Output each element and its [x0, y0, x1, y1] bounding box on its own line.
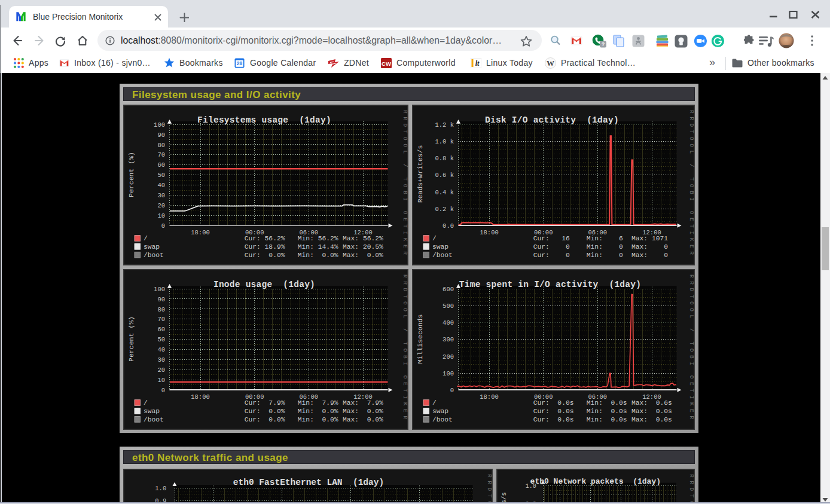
svg-text:/: / — [432, 235, 437, 242]
svg-text:Max: 0: Max: 0 — [631, 252, 668, 259]
svg-text:18:00: 18:00 — [191, 229, 210, 236]
svg-text:18:00: 18:00 — [480, 393, 499, 401]
svg-text:100: 100 — [443, 370, 454, 377]
svg-text:Cur: 0.0s: Cur: 0.0s — [533, 416, 574, 423]
svg-text:Min: 0.0%: Min: 0.0% — [298, 416, 338, 423]
svg-text:30: 30 — [157, 356, 165, 364]
svg-text:Cur: 0.0%: Cur: 0.0% — [245, 252, 285, 259]
svg-text:Max: 1071: Max: 1071 — [631, 235, 668, 242]
svg-text:Min: 56.2%: Min: 56.2% — [298, 235, 338, 242]
svg-text:0.2 k: 0.2 k — [435, 206, 454, 213]
svg-text:Max: 0: Max: 0 — [631, 243, 668, 251]
svg-text:0.8 k: 0.8 k — [435, 155, 454, 162]
svg-text:Reads+Writes/s: Reads+Writes/s — [416, 145, 424, 203]
svg-text:Max: 20.5%: Max: 20.5% — [343, 243, 383, 251]
svg-text:swap: swap — [144, 408, 160, 415]
svg-text:0.4 k: 0.4 k — [435, 189, 454, 196]
svg-text:Cur: 0.0%: Cur: 0.0% — [245, 416, 285, 423]
svg-text:80: 80 — [157, 306, 165, 313]
svg-text:20: 20 — [157, 366, 165, 374]
svg-text:RRDTOOL / TOBI OETIKER: RRDTOOL / TOBI OETIKER — [402, 110, 408, 258]
svg-text:Min: 0.0s: Min: 0.0s — [587, 416, 627, 423]
svg-text:70: 70 — [157, 316, 165, 323]
svg-text:Max: 0.0s: Max: 0.0s — [631, 416, 672, 423]
svg-text:Percent (%): Percent (%) — [127, 316, 135, 362]
svg-text:Min: 0.0s: Min: 0.0s — [587, 408, 627, 415]
svg-text:300: 300 — [443, 336, 454, 343]
svg-text:0: 0 — [161, 222, 165, 230]
svg-text:Max: 0.0s: Max: 0.0s — [631, 408, 672, 415]
svg-text:Cur: 18.9%: Cur: 18.9% — [245, 243, 285, 251]
svg-text:90: 90 — [157, 296, 165, 303]
svg-text:eth0 Network packets (1day): eth0 Network packets (1day) — [530, 477, 661, 486]
svg-text:swap: swap — [432, 243, 448, 251]
svg-text:eth0 FastEthernet LAN (1day): eth0 FastEthernet LAN (1day) — [233, 478, 384, 487]
svg-text:/: / — [432, 399, 437, 407]
svg-text:50: 50 — [157, 336, 165, 343]
svg-text:10: 10 — [157, 377, 165, 384]
svg-text:80: 80 — [157, 142, 165, 149]
svg-text:Min: 0: Min: 0 — [587, 252, 623, 259]
svg-text:Milliseconds: Milliseconds — [416, 314, 424, 364]
svg-text:Min: 0.0%: Min: 0.0% — [298, 408, 338, 415]
svg-text:/: / — [144, 399, 148, 407]
svg-text:Inode usage (1day): Inode usage (1day) — [213, 280, 315, 289]
svg-text:100: 100 — [154, 121, 165, 129]
svg-text:Min: 6: Min: 6 — [587, 235, 623, 242]
svg-text:Min: 0: Min: 0 — [587, 243, 623, 251]
svg-text:W: W — [547, 59, 554, 68]
svg-text:Disk I/O activity (1day): Disk I/O activity (1day) — [485, 115, 619, 125]
svg-text:60: 60 — [157, 161, 165, 169]
svg-text:40: 40 — [157, 346, 165, 353]
svg-text:swap: swap — [432, 408, 448, 415]
svg-text:0.6 k: 0.6 k — [435, 172, 454, 179]
svg-text:100: 100 — [154, 286, 165, 293]
svg-text:50: 50 — [157, 172, 165, 179]
svg-text:10: 10 — [157, 212, 165, 219]
svg-text:RRDTOOL / TOBI OETIKER: RRDTOOL / TOBI OETIKER — [486, 474, 493, 504]
svg-text:Min: 0.0%: Min: 0.0% — [298, 252, 338, 259]
svg-text:20: 20 — [157, 202, 165, 209]
svg-text:lt: lt — [475, 59, 480, 68]
svg-text:Max: 7.9%: Max: 7.9% — [343, 399, 383, 407]
svg-text:CW: CW — [382, 60, 391, 67]
svg-text:RRDTOOL / TOBI OETIKER: RRDTOOL / TOBI OETIKER — [688, 110, 695, 258]
svg-text:RRDTOOL / TOBI OETIKER: RRDTOOL / TOBI OETIKER — [402, 274, 408, 423]
svg-text:Max: 0.0%: Max: 0.0% — [343, 252, 383, 259]
svg-text:Min: 7.9%: Min: 7.9% — [298, 399, 338, 407]
svg-text:?: ? — [602, 41, 605, 47]
svg-text:Filesystems usage (1day): Filesystems usage (1day) — [197, 115, 331, 125]
svg-text:/boot: /boot — [144, 416, 164, 423]
svg-text:18:00: 18:00 — [480, 229, 499, 236]
svg-text:500: 500 — [443, 303, 454, 310]
svg-text:400: 400 — [443, 319, 454, 326]
svg-text:0.0: 0.0 — [443, 222, 454, 230]
svg-text:Max: 56.2%: Max: 56.2% — [343, 235, 383, 242]
svg-text:/boot: /boot — [144, 252, 164, 259]
svg-text:RRDTOOL / TOBI OETIKER: RRDTOOL / TOBI OETIKER — [688, 474, 695, 504]
svg-text:Cur: 0: Cur: 0 — [533, 252, 570, 259]
svg-text:60: 60 — [157, 326, 165, 333]
svg-text:Cur: 7.9%: Cur: 7.9% — [245, 399, 285, 407]
svg-text:18:00: 18:00 — [191, 393, 210, 401]
svg-text:Cur: 0.0%: Cur: 0.0% — [245, 408, 285, 415]
svg-text:Min: 0.0s: Min: 0.0s — [587, 399, 627, 407]
svg-text:Min: 14.4%: Min: 14.4% — [298, 243, 338, 251]
svg-text:/: / — [144, 235, 148, 242]
svg-text:Percent (%): Percent (%) — [127, 152, 135, 197]
svg-text:0: 0 — [161, 387, 165, 394]
svg-text:/boot: /boot — [432, 416, 453, 423]
svg-text:28: 28 — [237, 60, 243, 66]
svg-text:1.0: 1.0 — [155, 485, 166, 492]
svg-text:40: 40 — [157, 182, 165, 189]
svg-text:1.2 k: 1.2 k — [435, 121, 454, 129]
svg-text:Cur: 0: Cur: 0 — [533, 243, 570, 251]
svg-text:Max: 0.6s: Max: 0.6s — [631, 399, 672, 407]
svg-text:RRDTOOL / TOBI OETIKER: RRDTOOL / TOBI OETIKER — [688, 274, 695, 423]
svg-text:90: 90 — [157, 132, 165, 139]
svg-text:swap: swap — [144, 243, 160, 251]
svg-text:Cur: 56.2%: Cur: 56.2% — [245, 235, 285, 242]
svg-text:600: 600 — [443, 286, 454, 293]
svg-text:Max: 0.0%: Max: 0.0% — [343, 416, 383, 423]
svg-text:Time spent in I/O activity (1: Time spent in I/O activity (1day) — [459, 280, 641, 289]
